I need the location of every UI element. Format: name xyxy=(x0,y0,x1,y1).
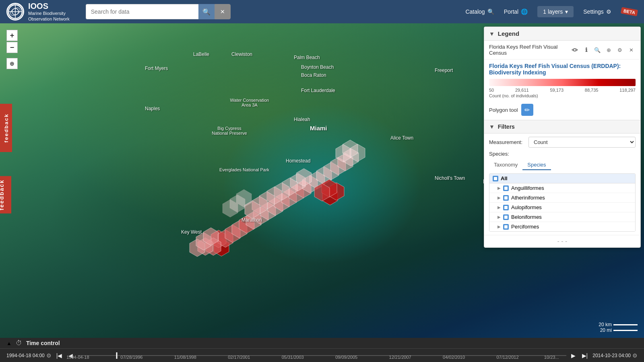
layer-full-title: Florida Keys Reef Fish Visual Census (ER… xyxy=(484,60,640,77)
portal-button[interactable]: Portal 🌐 xyxy=(504,8,528,15)
layer-name: Florida Keys Reef Fish Visual Census xyxy=(489,44,568,56)
tick-3: 02/17/2001 xyxy=(228,355,250,360)
feedback-button[interactable]: feedback xyxy=(0,104,12,152)
scale-bar: 20 km 20 mi xyxy=(599,322,638,333)
beta-badge: BETA xyxy=(621,7,638,16)
logo-area: IOOS Marine Biodiversity Observation Net… xyxy=(6,2,70,21)
time-end-gear-icon[interactable]: ⚙ xyxy=(632,352,638,359)
time-next-end-button[interactable]: ▶| xyxy=(580,352,590,360)
layer-eye-button[interactable] xyxy=(570,45,579,54)
species-item-2[interactable]: ▶ Atheriniformes xyxy=(489,193,635,203)
timeline-line xyxy=(78,355,566,356)
time-top-bar: ▲ ⏱ Time control xyxy=(0,338,644,349)
panel-bottom: - - - xyxy=(484,235,640,247)
timeline-cursor[interactable] xyxy=(116,352,118,359)
colorbar-v3: 88,735 xyxy=(585,88,599,93)
zoom-controls: + − xyxy=(6,30,18,53)
polygon-tool-label: Polygon tool xyxy=(489,107,518,113)
taxonomy-tabs: Taxonomy Species xyxy=(489,160,636,170)
nav-right: Catalog 🔍 Portal 🌐 1 layers ▾ Settings ⚙… xyxy=(465,6,638,17)
logo-icon xyxy=(6,3,24,21)
species-label-3: Aulopiformes xyxy=(511,204,542,210)
species-tab[interactable]: Species xyxy=(522,160,551,170)
species-checkbox-5[interactable] xyxy=(503,224,509,230)
timeline-area: 1994-04-18 04:00 ⚙ |◀ ◀ 1994-04-18 07/28… xyxy=(0,349,644,362)
tick-5: 09/09/2005 xyxy=(335,355,357,360)
logo-text: IOOS Marine Biodiversity Observation Net… xyxy=(28,2,70,21)
species-item-4[interactable]: ▶ Beloniformes xyxy=(489,212,635,222)
map-container[interactable]: LaBelle Clewiston Palm Beach Fort Myers … xyxy=(0,23,644,338)
species-checkbox-3[interactable] xyxy=(503,205,509,210)
zoom-out-button[interactable]: − xyxy=(6,42,18,53)
locator-button[interactable]: ⊕ xyxy=(6,58,18,69)
expand-icon-1[interactable]: ▶ xyxy=(497,186,501,190)
species-label-5: Perciformes xyxy=(511,224,539,230)
search-clear-button[interactable]: ✕ xyxy=(215,4,231,19)
time-next-button[interactable]: ▶ xyxy=(570,352,577,360)
tick-1: 07/28/1996 xyxy=(120,355,142,360)
colorbar-min: 50 xyxy=(489,88,494,93)
legend-collapse-button[interactable]: ▼ xyxy=(489,31,495,37)
feedback-label: feedback xyxy=(3,113,9,142)
time-start-gear-icon[interactable]: ⚙ xyxy=(46,352,52,359)
catalog-label: Catalog xyxy=(465,8,485,15)
polygon-tool-button[interactable]: ✏ xyxy=(521,104,533,116)
polygon-tool-row: Polygon tool ✏ xyxy=(484,101,640,120)
measurement-select[interactable]: Count Biomass Density xyxy=(528,137,636,148)
search-button[interactable]: 🔍 xyxy=(198,4,215,19)
tick-6: 12/21/2007 xyxy=(389,355,411,360)
header: IOOS Marine Biodiversity Observation Net… xyxy=(0,0,644,23)
expand-icon-5[interactable]: ▶ xyxy=(497,224,501,229)
pencil-icon: ✏ xyxy=(524,106,530,114)
colorbar-max: 118,297 xyxy=(619,88,636,93)
species-checkbox-4[interactable] xyxy=(503,214,509,220)
taxonomy-tab[interactable]: Taxonomy xyxy=(489,160,522,170)
chevron-down-icon: ▾ xyxy=(565,8,568,15)
species-item-1[interactable]: ▶ Anguilliformes xyxy=(489,183,635,193)
time-control-label: Time control xyxy=(26,340,60,346)
species-all-row[interactable]: All xyxy=(489,174,635,183)
time-clock-icon: ⏱ xyxy=(16,339,22,347)
tick-4: 05/31/2003 xyxy=(282,355,304,360)
hexbin-layer xyxy=(0,23,419,285)
colorbar-labels: 50 29,611 59,173 88,735 118,297 xyxy=(489,88,636,93)
species-checkbox-2[interactable] xyxy=(503,195,509,201)
species-filter-row: Species: xyxy=(489,151,636,157)
portal-label: Portal xyxy=(504,8,519,15)
colorbar-description: Count (no. of individuals) xyxy=(489,93,636,98)
scale-mi-line xyxy=(613,330,638,331)
layer-info-button[interactable]: ℹ xyxy=(582,45,590,54)
catalog-button[interactable]: Catalog 🔍 xyxy=(465,8,494,15)
colorbar xyxy=(489,79,636,86)
colorbar-v1: 29,611 xyxy=(515,88,529,93)
settings-button[interactable]: Settings ⚙ xyxy=(583,8,611,15)
filters-collapse-button[interactable]: ▼ xyxy=(489,123,495,130)
species-item-5[interactable]: ▶ Perciformes xyxy=(489,222,635,232)
expand-icon-2[interactable]: ▶ xyxy=(497,195,501,200)
search-input[interactable] xyxy=(86,4,198,19)
layer-settings-button[interactable]: ⚙ xyxy=(615,45,624,54)
timeline-track[interactable]: 1994-04-18 07/28/1996 11/08/1998 02/17/2… xyxy=(78,352,566,360)
species-all-checkbox[interactable] xyxy=(493,176,498,181)
time-start-value: 1994-04-18 04:00 xyxy=(6,353,45,358)
time-prev-start-button[interactable]: |◀ xyxy=(55,352,64,360)
expand-icon-3[interactable]: ▶ xyxy=(497,205,501,210)
species-tree[interactable]: All ▶ Anguilliformes ▶ Atheriniformes xyxy=(489,173,636,232)
tick-9: 10/23... xyxy=(544,355,559,360)
settings-label: Settings xyxy=(583,8,604,15)
species-checkbox-1[interactable] xyxy=(503,185,509,191)
layer-zoom-button[interactable]: ⊕ xyxy=(604,45,613,54)
time-toggle-icon[interactable]: ▲ xyxy=(6,340,12,346)
time-control: ▲ ⏱ Time control 1994-04-18 04:00 ⚙ |◀ ◀… xyxy=(0,338,644,362)
logo-line2: Observation Network xyxy=(28,16,70,22)
species-item-3[interactable]: ▶ Aulopiformes xyxy=(489,203,635,212)
layers-button[interactable]: 1 layers ▾ xyxy=(537,6,574,17)
feedback-button[interactable]: feedback xyxy=(0,176,11,214)
legend-header: ▼ Legend xyxy=(484,27,640,41)
layer-close-button[interactable]: ✕ xyxy=(627,45,636,54)
zoom-in-button[interactable]: + xyxy=(6,30,18,41)
scale-km-label: 20 km xyxy=(599,322,612,327)
layer-search-button[interactable]: 🔍 xyxy=(593,45,602,54)
expand-icon-4[interactable]: ▶ xyxy=(497,215,501,219)
scale-km-line xyxy=(613,324,638,325)
